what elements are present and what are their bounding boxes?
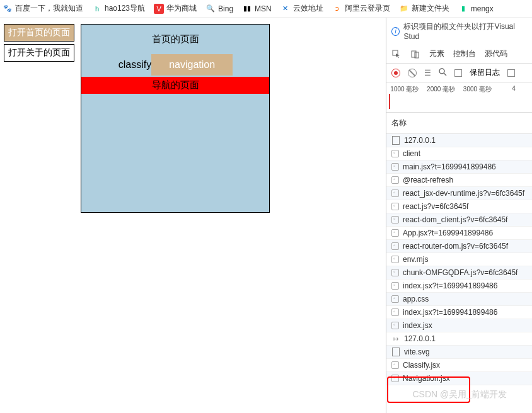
js-icon [391,216,399,223]
record-button[interactable] [391,69,400,77]
info-text: 标识项目的根文件夹以打开Visual Stud [403,21,527,41]
js-icon [391,150,399,157]
request-name: index.jsx?t=1699941899486 [403,308,497,317]
bookmark-item[interactable]: כ阿里云登录页 [332,3,390,14]
bookmark-label: Bing [218,4,233,13]
svg-line-4 [444,73,446,76]
content-title: 首页的页面 [81,25,269,54]
bookmark-item[interactable]: V华为商城 [154,3,197,14]
bookmark-icon: ▮▮ [242,4,252,14]
js-icon [391,242,399,250]
filter-icon[interactable]: ☰ [424,69,431,77]
request-name: env.mjs [403,255,428,264]
request-name: 127.0.0.1 [404,136,436,145]
network-row[interactable]: index.jsx?t=1699941899486 [386,306,532,319]
bookmark-label: 百度一下，我就知道 [15,3,83,14]
bookmark-item[interactable]: 🐾百度一下，我就知道 [3,3,83,14]
request-name: vite.svg [404,348,430,356]
bookmark-label: 云效地址 [293,3,323,14]
bookmark-item[interactable]: ▮▮MSN [242,4,272,14]
request-name: chunk-OMFGQDFA.js?v=6fc3645f [403,268,518,277]
js-icon [391,308,399,316]
js-icon [391,256,399,263]
js-icon [391,375,399,382]
request-name: react.js?v=6fc3645f [403,202,468,211]
request-name: react-router-dom.js?v=6fc3645f [403,242,508,251]
doc-icon [391,348,400,356]
js-icon [391,176,399,184]
bookmark-item[interactable]: ▮mengx [458,4,494,14]
page-view: 打开首页的页面打开关于的页面 首页的页面 classify navigation… [0,18,386,413]
bookmark-item[interactable]: ✕云效地址 [280,3,323,14]
network-row[interactable]: react-dom_client.js?v=6fc3645f [386,213,532,227]
js-icon [391,322,399,329]
checkbox-2[interactable] [507,69,515,77]
network-name-header[interactable]: 名称 [386,113,532,134]
request-name: 127.0.0.1 [404,334,436,343]
bookmark-icon: ✕ [280,4,291,14]
js-icon [391,163,399,171]
timeline[interactable]: 1000 毫秒2000 毫秒3000 毫秒4 [386,82,532,113]
network-row[interactable]: react.js?v=6fc3645f [386,200,532,213]
bookmark-item[interactable]: 📁新建文件夹 [399,3,449,14]
bookmark-label: hao123导航 [105,3,145,14]
devtools-controls: ☰ 保留日志 [386,64,532,82]
js-icon [391,190,399,197]
bookmark-label: MSN [255,4,272,13]
network-row[interactable]: chunk-OMFGQDFA.js?v=6fc3645f [386,266,532,280]
network-row[interactable]: Classify.jsx [386,359,532,372]
content-box: 首页的页面 classify navigation 导航的页面 [81,24,270,213]
device-icon[interactable] [410,49,420,59]
bookmark-item[interactable]: 🔍Bing [205,4,233,14]
svg-point-3 [439,69,444,74]
clear-button[interactable] [408,69,417,77]
js-icon [391,269,399,276]
network-row[interactable]: 127.0.0.1 [386,332,532,346]
network-row[interactable]: @react-refresh [386,174,532,187]
request-name: app.css [403,295,429,303]
bookmark-item[interactable]: hhao123导航 [92,3,145,14]
inspect-icon[interactable] [391,49,402,59]
tab-sources[interactable]: 源代码 [485,48,507,59]
network-row[interactable]: index.jsx?t=1699941899486 [386,280,532,293]
request-name: client [403,149,420,158]
network-row[interactable]: env.mjs [386,253,532,266]
nav-button[interactable]: 打开关于的页面 [4,44,74,62]
network-row[interactable]: react-router-dom.js?v=6fc3645f [386,240,532,253]
tab-elements[interactable]: 元素 [429,48,444,59]
fetch-icon [391,334,400,343]
request-name: Navigation.jsx [403,374,450,383]
network-row[interactable]: client [386,147,532,161]
network-row[interactable]: app.css [386,293,532,306]
network-row[interactable]: Navigation.jsx [386,372,532,385]
preserve-log-checkbox[interactable] [454,69,462,77]
search-icon[interactable] [439,68,447,78]
network-row[interactable]: App.jsx?t=1699941899486 [386,227,532,240]
timeline-label: 4 [495,85,532,94]
navigation-badge: navigation [151,54,233,76]
bookmark-icon: 📁 [399,4,409,14]
request-name: App.jsx?t=1699941899486 [403,229,493,237]
bookmark-icon: h [92,4,102,14]
network-row[interactable]: main.jsx?t=1699941899486 [386,161,532,174]
request-name: Classify.jsx [403,361,440,370]
js-icon [391,282,399,290]
network-row[interactable]: vite.svg [386,346,532,359]
request-name: index.jsx?t=1699941899486 [403,281,497,290]
timeline-label: 2000 毫秒 [423,85,460,94]
classify-label: classify [119,59,151,71]
network-row[interactable]: index.jsx [386,319,532,332]
timeline-label: 1000 毫秒 [386,85,423,94]
tab-console[interactable]: 控制台 [453,48,476,59]
devtools-info-bar: i 标识项目的根文件夹以打开Visual Stud [386,18,532,45]
network-row[interactable]: react_jsx-dev-runtime.js?v=6fc3645f [386,187,532,200]
js-icon [391,203,399,210]
nav-buttons: 打开首页的页面打开关于的页面 [4,24,74,64]
nav-button[interactable]: 打开首页的页面 [4,24,74,42]
network-row[interactable]: 127.0.0.1 [386,134,532,147]
doc-icon [391,136,400,145]
bookmark-icon: 🐾 [3,4,13,14]
devtools-panel: i 标识项目的根文件夹以打开Visual Stud 元素 控制台 源代码 ☰ 保… [386,18,532,413]
request-name: react_jsx-dev-runtime.js?v=6fc3645f [403,189,524,198]
request-name: react-dom_client.js?v=6fc3645f [403,215,507,224]
